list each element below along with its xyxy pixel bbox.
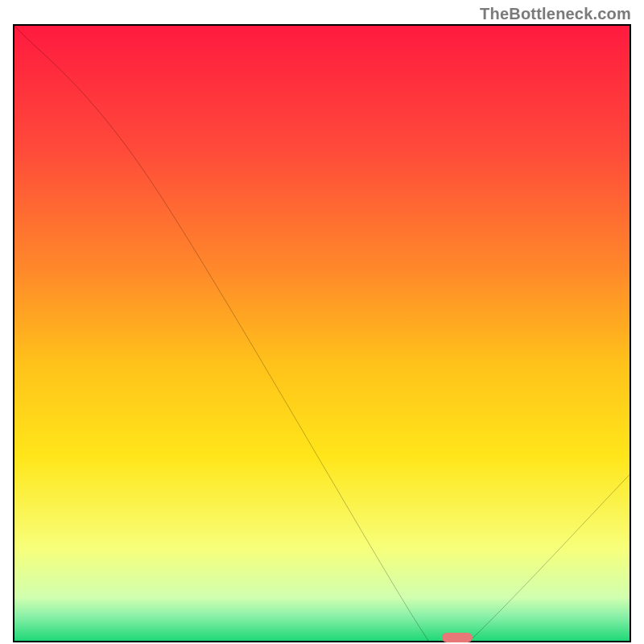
chart-frame	[13, 24, 631, 642]
chart-svg	[14, 26, 630, 641]
chart-background	[14, 26, 630, 641]
watermark-label: TheBottleneck.com	[480, 5, 631, 23]
optimal-marker	[442, 633, 473, 642]
